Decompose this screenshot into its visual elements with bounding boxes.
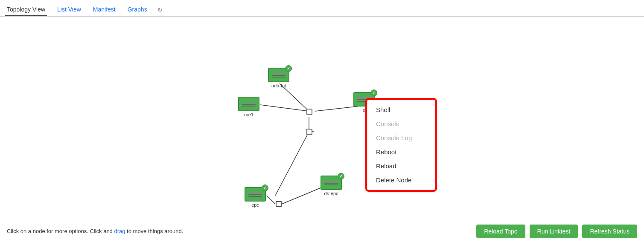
node-label: e <box>363 107 365 112</box>
footer: Click on a node for more options. Click … <box>0 220 644 242</box>
connector-center <box>306 109 312 115</box>
tab-manifest[interactable]: Manifest <box>91 3 117 16</box>
node-status-check: ✓ <box>338 173 344 180</box>
node-icon-line <box>357 97 371 98</box>
footer-text-static2: to move things around. <box>125 228 184 234</box>
node-adb-tgt[interactable]: ✓ adb-tgt <box>268 68 289 88</box>
refresh-status-button[interactable]: Refresh Status <box>582 225 637 238</box>
node-icon-line <box>272 75 286 76</box>
context-menu-console-log: Console Log <box>367 131 435 145</box>
svg-line-4 <box>275 132 309 196</box>
context-menu: Shell Console Console Log Reboot Reload … <box>367 100 435 190</box>
context-menu-console: Console <box>367 117 435 131</box>
node-icon-line <box>272 77 286 78</box>
node-icon-line <box>324 181 338 182</box>
tab-list-view[interactable]: List View <box>55 3 83 16</box>
svg-line-5 <box>267 196 275 204</box>
node-label: ds-epc <box>324 191 338 196</box>
node-icon-line <box>324 183 338 184</box>
node-icon-line <box>248 192 262 193</box>
node-rue1[interactable]: rue1 <box>238 97 259 117</box>
context-menu-delete-node[interactable]: Delete Node <box>367 173 435 187</box>
footer-drag-link[interactable]: drag <box>114 228 125 234</box>
node-icon-line <box>248 196 262 197</box>
tab-topology-view[interactable]: Topology View <box>5 3 47 16</box>
node-status-check: ✓ <box>370 89 377 96</box>
node-icon-line <box>324 184 338 185</box>
connector-lower <box>306 129 312 135</box>
node-icon-line <box>242 106 256 107</box>
run-linktest-button[interactable]: Run Linktest <box>530 225 578 238</box>
node-icon-line <box>248 194 262 195</box>
node-icon-line <box>242 104 256 105</box>
node-status-check: ✓ <box>285 65 292 72</box>
node-status-check: ✓ <box>262 184 268 191</box>
refresh-icon[interactable]: ↻ <box>157 6 163 13</box>
footer-text: Click on a node for more options. Click … <box>7 228 476 234</box>
node-label: epc <box>251 202 259 207</box>
connector-epc <box>276 201 282 207</box>
node-icon-line <box>272 73 286 74</box>
tab-bar: Topology View List View Manifest Graphs … <box>0 0 644 17</box>
footer-text-static: Click on a node for more options. Click … <box>7 228 114 234</box>
topology-canvas: ✓ adb-tgt rue1 ✓ e <box>0 17 644 221</box>
tab-graphs[interactable]: Graphs <box>126 3 149 16</box>
node-label: adb-tgt <box>271 83 286 88</box>
node-ds-epc[interactable]: ✓ ds-epc <box>321 176 342 196</box>
node-epc[interactable]: ✓ epc <box>245 187 266 207</box>
node-label: rue1 <box>244 112 254 117</box>
footer-buttons: Reload Topo Run Linktest Refresh Status <box>476 225 637 238</box>
svg-line-1 <box>260 105 309 111</box>
context-menu-reboot[interactable]: Reboot <box>367 145 435 159</box>
node-icon-line <box>242 102 256 103</box>
reload-topo-button[interactable]: Reload Topo <box>476 225 525 238</box>
context-menu-shell[interactable]: Shell <box>367 103 435 117</box>
context-menu-reload[interactable]: Reload <box>367 159 435 173</box>
